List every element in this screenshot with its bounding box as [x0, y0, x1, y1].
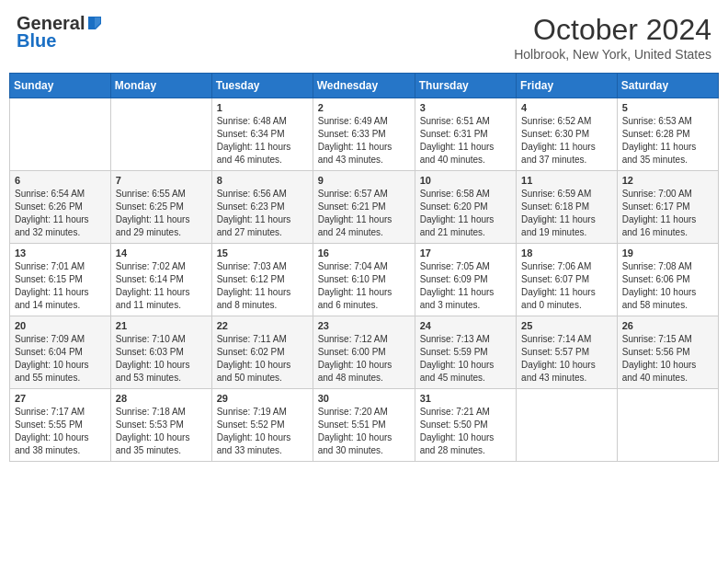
day-info: Sunrise: 7:02 AM Sunset: 6:14 PM Dayligh… [116, 260, 207, 312]
day-info: Sunrise: 7:05 AM Sunset: 6:09 PM Dayligh… [420, 260, 511, 312]
day-cell: 22Sunrise: 7:11 AM Sunset: 6:02 PM Dayli… [211, 316, 313, 389]
day-info: Sunrise: 7:20 AM Sunset: 5:51 PM Dayligh… [318, 406, 410, 457]
day-cell: 2Sunrise: 6:49 AM Sunset: 6:33 PM Daylig… [313, 98, 415, 171]
day-cell: 28Sunrise: 7:18 AM Sunset: 5:53 PM Dayli… [110, 389, 211, 462]
day-number: 2 [318, 102, 410, 113]
day-number: 21 [116, 320, 207, 331]
weekday-header-row: SundayMondayTuesdayWednesdayThursdayFrid… [10, 74, 719, 98]
day-cell: 31Sunrise: 7:21 AM Sunset: 5:50 PM Dayli… [415, 389, 516, 462]
page-header: General Blue October 2024 Holbrook, New … [9, 9, 719, 65]
day-cell [110, 98, 211, 171]
week-row-1: 1Sunrise: 6:48 AM Sunset: 6:34 PM Daylig… [10, 98, 719, 171]
week-row-2: 6Sunrise: 6:54 AM Sunset: 6:26 PM Daylig… [10, 171, 719, 244]
day-number: 8 [217, 175, 308, 186]
day-number: 28 [116, 393, 207, 404]
day-number: 30 [318, 393, 410, 404]
day-info: Sunrise: 7:01 AM Sunset: 6:15 PM Dayligh… [15, 260, 106, 312]
day-info: Sunrise: 7:10 AM Sunset: 6:03 PM Dayligh… [116, 333, 207, 385]
day-number: 5 [622, 102, 713, 113]
day-info: Sunrise: 7:04 AM Sunset: 6:10 PM Dayligh… [318, 260, 410, 312]
day-info: Sunrise: 7:17 AM Sunset: 5:55 PM Dayligh… [15, 406, 106, 457]
day-cell: 17Sunrise: 7:05 AM Sunset: 6:09 PM Dayli… [415, 244, 516, 316]
weekday-header-saturday: Saturday [617, 74, 718, 98]
day-info: Sunrise: 7:03 AM Sunset: 6:12 PM Dayligh… [217, 260, 308, 312]
day-cell [517, 389, 618, 462]
day-cell: 7Sunrise: 6:55 AM Sunset: 6:25 PM Daylig… [110, 171, 211, 244]
day-number: 26 [622, 320, 713, 331]
day-number: 25 [521, 320, 612, 331]
day-info: Sunrise: 7:12 AM Sunset: 6:00 PM Dayligh… [318, 333, 410, 385]
weekday-header-wednesday: Wednesday [313, 74, 415, 98]
day-number: 24 [420, 320, 511, 331]
day-info: Sunrise: 7:11 AM Sunset: 6:02 PM Dayligh… [217, 333, 308, 385]
day-number: 6 [15, 175, 106, 186]
day-cell: 3Sunrise: 6:51 AM Sunset: 6:31 PM Daylig… [415, 98, 516, 171]
day-number: 14 [116, 247, 207, 259]
day-cell: 30Sunrise: 7:20 AM Sunset: 5:51 PM Dayli… [313, 389, 415, 462]
location: Holbrook, New York, United States [514, 47, 711, 62]
day-info: Sunrise: 6:55 AM Sunset: 6:25 PM Dayligh… [116, 188, 207, 239]
calendar-table: SundayMondayTuesdayWednesdayThursdayFrid… [9, 73, 719, 462]
title-block: October 2024 Holbrook, New York, United … [514, 13, 711, 62]
day-info: Sunrise: 7:13 AM Sunset: 5:59 PM Dayligh… [420, 333, 511, 385]
day-info: Sunrise: 7:00 AM Sunset: 6:17 PM Dayligh… [622, 188, 713, 239]
weekday-header-tuesday: Tuesday [211, 74, 313, 98]
day-info: Sunrise: 6:48 AM Sunset: 6:34 PM Dayligh… [217, 115, 308, 167]
day-number: 7 [116, 175, 207, 186]
day-cell: 16Sunrise: 7:04 AM Sunset: 6:10 PM Dayli… [313, 244, 415, 316]
day-cell [617, 389, 718, 462]
day-number: 18 [521, 247, 612, 259]
day-cell: 21Sunrise: 7:10 AM Sunset: 6:03 PM Dayli… [110, 316, 211, 389]
day-cell: 23Sunrise: 7:12 AM Sunset: 6:00 PM Dayli… [313, 316, 415, 389]
day-info: Sunrise: 7:19 AM Sunset: 5:52 PM Dayligh… [217, 406, 308, 457]
day-cell: 12Sunrise: 7:00 AM Sunset: 6:17 PM Dayli… [617, 171, 718, 244]
day-cell: 10Sunrise: 6:58 AM Sunset: 6:20 PM Dayli… [415, 171, 516, 244]
day-info: Sunrise: 6:52 AM Sunset: 6:30 PM Dayligh… [521, 115, 612, 167]
day-info: Sunrise: 6:51 AM Sunset: 6:31 PM Dayligh… [420, 115, 511, 167]
day-cell: 5Sunrise: 6:53 AM Sunset: 6:28 PM Daylig… [617, 98, 718, 171]
day-number: 27 [15, 393, 106, 404]
day-cell: 13Sunrise: 7:01 AM Sunset: 6:15 PM Dayli… [10, 244, 111, 316]
day-info: Sunrise: 7:21 AM Sunset: 5:50 PM Dayligh… [420, 406, 511, 457]
day-cell: 27Sunrise: 7:17 AM Sunset: 5:55 PM Dayli… [10, 389, 111, 462]
day-number: 15 [217, 247, 308, 259]
weekday-header-monday: Monday [110, 74, 211, 98]
day-number: 3 [420, 102, 511, 113]
day-number: 23 [318, 320, 410, 331]
day-number: 10 [420, 175, 511, 186]
day-cell: 6Sunrise: 6:54 AM Sunset: 6:26 PM Daylig… [10, 171, 111, 244]
day-cell: 15Sunrise: 7:03 AM Sunset: 6:12 PM Dayli… [211, 244, 313, 316]
day-cell: 11Sunrise: 6:59 AM Sunset: 6:18 PM Dayli… [517, 171, 618, 244]
day-number: 31 [420, 393, 511, 404]
day-cell [10, 98, 111, 171]
day-info: Sunrise: 6:54 AM Sunset: 6:26 PM Dayligh… [15, 188, 106, 239]
day-info: Sunrise: 6:57 AM Sunset: 6:21 PM Dayligh… [318, 188, 410, 239]
day-info: Sunrise: 7:06 AM Sunset: 6:07 PM Dayligh… [521, 260, 612, 312]
day-cell: 14Sunrise: 7:02 AM Sunset: 6:14 PM Dayli… [110, 244, 211, 316]
day-cell: 8Sunrise: 6:56 AM Sunset: 6:23 PM Daylig… [211, 171, 313, 244]
day-info: Sunrise: 7:18 AM Sunset: 5:53 PM Dayligh… [116, 406, 207, 457]
day-number: 19 [622, 247, 713, 259]
day-info: Sunrise: 6:53 AM Sunset: 6:28 PM Dayligh… [622, 115, 713, 167]
day-number: 17 [420, 247, 511, 259]
day-number: 13 [15, 247, 106, 259]
month-title: October 2024 [514, 13, 711, 47]
logo: General Blue [17, 13, 103, 52]
day-info: Sunrise: 6:59 AM Sunset: 6:18 PM Dayligh… [521, 188, 612, 239]
day-cell: 24Sunrise: 7:13 AM Sunset: 5:59 PM Dayli… [415, 316, 516, 389]
day-info: Sunrise: 6:58 AM Sunset: 6:20 PM Dayligh… [420, 188, 511, 239]
day-number: 12 [622, 175, 713, 186]
weekday-header-friday: Friday [517, 74, 618, 98]
day-info: Sunrise: 6:56 AM Sunset: 6:23 PM Dayligh… [217, 188, 308, 239]
day-info: Sunrise: 7:14 AM Sunset: 5:57 PM Dayligh… [521, 333, 612, 385]
week-row-5: 27Sunrise: 7:17 AM Sunset: 5:55 PM Dayli… [10, 389, 719, 462]
week-row-4: 20Sunrise: 7:09 AM Sunset: 6:04 PM Dayli… [10, 316, 719, 389]
day-number: 22 [217, 320, 308, 331]
day-number: 20 [15, 320, 106, 331]
day-number: 4 [521, 102, 612, 113]
weekday-header-thursday: Thursday [415, 74, 516, 98]
logo-icon [86, 15, 103, 31]
day-cell: 9Sunrise: 6:57 AM Sunset: 6:21 PM Daylig… [313, 171, 415, 244]
logo-blue: Blue [17, 30, 56, 52]
day-cell: 4Sunrise: 6:52 AM Sunset: 6:30 PM Daylig… [517, 98, 618, 171]
